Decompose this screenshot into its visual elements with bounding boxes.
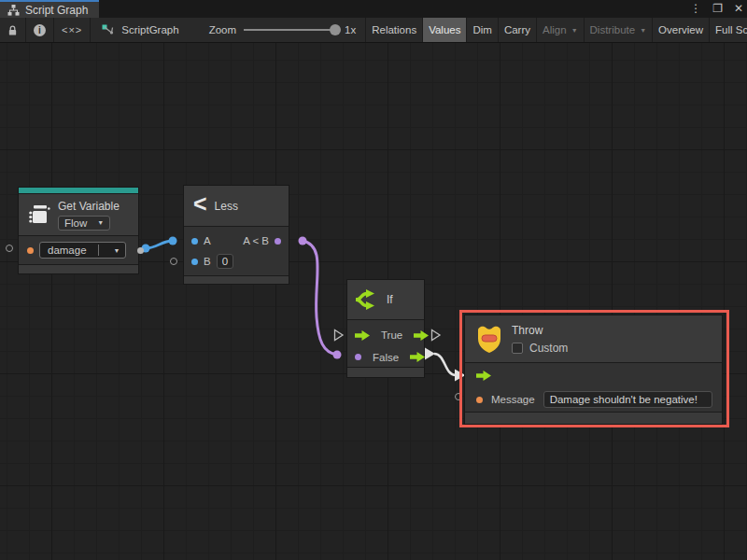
zoom-slider-handle[interactable] [330,24,341,35]
port-label: Message [491,394,535,405]
custom-checkbox[interactable] [512,343,523,354]
node-footer [184,276,289,284]
graph-name-label: ScriptGraph [121,24,178,35]
dropdown-value: Flow [64,217,87,229]
dropdown-divider [98,245,99,256]
node-get-variable[interactable]: Get Variable Flow ▼ damage ▼ [18,187,139,274]
code-view-button[interactable]: <×> [54,18,91,42]
zoom-label: Zoom [209,24,236,35]
script-graph-window: Script Graph ⋮ ❐ ✕ i <×> Script [0,0,747,560]
port-label: True [381,329,402,341]
result-output-port[interactable] [275,238,281,245]
flow-port-outline-triangle[interactable] [333,329,345,342]
graph-breadcrumb[interactable]: ScriptGraph [91,18,188,42]
tab-strip: Script Graph ⋮ ❐ ✕ [0,0,747,18]
true-output-port[interactable] [414,330,429,341]
flow-port-outline-triangle[interactable] [430,329,442,342]
dropdown-value: damage [48,245,87,256]
condition-input-port[interactable] [355,354,361,360]
close-icon[interactable]: ✕ [734,0,743,18]
zoom-slider[interactable] [244,29,337,31]
node-throw[interactable]: Throw Custom Message Damage shouldn't be… [464,315,723,425]
node-footer [347,368,424,377]
values-button[interactable]: Values [423,18,467,42]
node-footer [19,265,138,273]
code-view-icon: <×> [62,24,82,35]
node-title: Throw [512,324,568,337]
zoom-control: Zoom 1x [189,18,367,42]
input-b-port[interactable] [191,259,198,265]
lock-button[interactable] [0,18,26,42]
relations-button[interactable]: Relations [366,18,423,42]
unconnected-port-ring[interactable] [170,258,177,265]
value-output-port[interactable] [137,247,144,254]
message-input-port[interactable] [476,397,483,403]
tab-label: Script Graph [25,4,88,17]
tab-script-graph[interactable]: Script Graph [0,0,99,18]
dim-button[interactable]: Dim [467,18,498,42]
zoom-value: 1x [345,24,356,35]
port-label: False [373,352,399,363]
message-value-input[interactable]: Damage shouldn't be negative! [543,391,712,408]
graph-icon [7,5,20,16]
flow-input-port[interactable] [355,330,370,341]
checkbox-label: Custom [529,342,568,355]
graph-toolbar: i <×> ScriptGraph Zoom 1x Relations Valu… [0,18,747,43]
variable-icon [28,203,50,227]
false-output-port[interactable] [410,352,425,362]
info-icon: i [34,24,46,36]
chevron-down-icon: ▼ [571,27,578,34]
node-title: Get Variable [58,200,120,213]
chevron-down-icon: ▼ [97,219,104,226]
maximize-icon[interactable]: ❐ [712,0,723,18]
node-less[interactable]: < Less A A < B B 0 [183,185,289,285]
full-screen-button[interactable]: Full Screen [710,18,747,42]
b-value-input[interactable]: 0 [217,254,233,269]
distribute-button[interactable]: Distribute▼ [585,18,654,42]
node-if[interactable]: If True False [346,279,425,378]
variable-color-bar [19,188,138,193]
flow-input-port[interactable] [476,371,491,381]
variable-name-dropdown[interactable]: damage ▼ [39,242,126,259]
node-title: If [387,293,393,306]
unconnected-port-ring[interactable] [6,245,13,252]
less-icon: < [193,192,207,216]
align-button[interactable]: Align▼ [537,18,585,42]
script-graph-icon [102,24,115,35]
node-footer [465,413,722,424]
port-label: B [204,256,211,267]
unconnected-port-ring[interactable] [455,393,462,400]
port-label: A < B [243,235,269,246]
variable-scope-dropdown[interactable]: Flow ▼ [58,216,110,231]
input-a-port[interactable] [191,238,198,245]
variable-name-port[interactable] [27,247,34,254]
overview-button[interactable]: Overview [653,18,710,42]
port-label: A [204,235,211,246]
lock-icon [7,24,18,36]
chevron-down-icon: ▼ [640,27,646,34]
throw-shield-icon [475,323,503,355]
branch-icon [354,288,379,311]
node-title: Less [215,200,238,213]
carry-button[interactable]: Carry [499,18,537,42]
chevron-down-icon: ▼ [109,247,125,254]
info-button[interactable]: i [26,18,54,42]
kebab-menu-icon[interactable]: ⋮ [690,0,701,18]
window-controls: ⋮ ❐ ✕ [690,0,743,18]
